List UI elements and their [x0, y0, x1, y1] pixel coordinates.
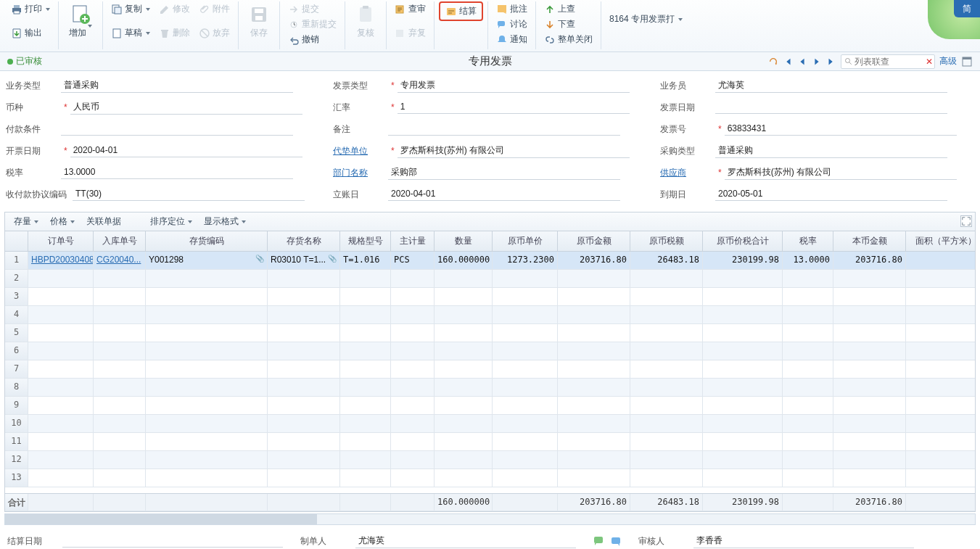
- template-select[interactable]: 8164 专用发票打: [606, 12, 686, 27]
- field-currency[interactable]: 人民币: [70, 101, 302, 115]
- first-icon[interactable]: [783, 57, 793, 67]
- table-row[interactable]: 5: [5, 324, 975, 342]
- table-row[interactable]: 9: [5, 397, 975, 415]
- table-row[interactable]: 4: [5, 306, 975, 324]
- field-payterm[interactable]: [61, 123, 293, 136]
- svg-rect-19: [498, 21, 505, 26]
- table-row[interactable]: 6: [5, 342, 975, 360]
- panel-icon[interactable]: [961, 56, 973, 67]
- field-advunit[interactable]: 罗杰斯科技(苏州) 有限公司: [398, 144, 630, 158]
- field-postdate[interactable]: 2020-04-01: [388, 189, 620, 201]
- field-invtype[interactable]: 专用发票: [398, 79, 630, 93]
- field-purtype[interactable]: 普通采购: [715, 144, 947, 158]
- next-icon[interactable]: [812, 57, 822, 67]
- bell-icon: [496, 34, 508, 46]
- field-invdate[interactable]: [715, 102, 947, 114]
- add-button[interactable]: 增加: [63, 1, 98, 42]
- cell-inno[interactable]: CG20040...: [96, 255, 141, 265]
- col-spec[interactable]: 规格型号: [340, 231, 391, 251]
- gt-display[interactable]: 显示格式: [199, 214, 250, 229]
- table-row[interactable]: 11: [5, 433, 975, 451]
- label-supplier[interactable]: 供应商: [660, 167, 715, 179]
- field-salesman[interactable]: 尤海英: [715, 79, 947, 93]
- grid-hscrollbar[interactable]: [4, 513, 976, 525]
- chat-blue-icon[interactable]: [609, 535, 621, 547]
- trace-down-button[interactable]: 下查: [540, 17, 579, 32]
- col-inno[interactable]: 入库单号: [94, 231, 146, 251]
- attach-button: 附件: [195, 1, 234, 17]
- gt-sort[interactable]: 排序定位: [146, 214, 197, 229]
- gt-stock[interactable]: 存量: [9, 214, 43, 229]
- field-remark[interactable]: [388, 123, 620, 136]
- prev-icon[interactable]: [797, 57, 807, 67]
- field-rate[interactable]: 1: [398, 102, 630, 114]
- col-localamt[interactable]: 本币金额: [833, 231, 906, 251]
- col-amt[interactable]: 原币金额: [558, 231, 630, 251]
- field-duedate[interactable]: 2020-05-01: [715, 189, 947, 201]
- annotate-button[interactable]: 批注: [493, 1, 531, 17]
- field-payprotocol[interactable]: TT(30): [73, 189, 305, 201]
- field-settledate[interactable]: [62, 535, 283, 548]
- cell-orderno[interactable]: HBPD20030408: [31, 255, 94, 265]
- field-taxrate[interactable]: 13.0000: [61, 167, 293, 179]
- trace-up-button[interactable]: 上查: [540, 1, 579, 17]
- field-issuedate[interactable]: 2020-04-01: [70, 145, 302, 157]
- table-row[interactable]: 12: [5, 451, 975, 469]
- table-row[interactable]: 13: [5, 469, 975, 487]
- discuss-button[interactable]: 讨论: [493, 17, 531, 32]
- grid-header: 订单号 入库单号 存货编码 存货名称 规格型号 主计量 数量 原币单价 原币金额…: [5, 231, 975, 252]
- status-dot-icon: [7, 59, 13, 65]
- col-uom[interactable]: 主计量: [391, 231, 435, 251]
- review-button[interactable]: 查审: [391, 1, 429, 17]
- clear-icon[interactable]: ✕: [926, 57, 933, 67]
- gt-assoc[interactable]: 关联单据: [82, 214, 125, 229]
- table-row[interactable]: 2: [5, 270, 975, 288]
- svg-rect-7: [113, 29, 120, 38]
- field-invno[interactable]: 63833431: [725, 123, 957, 136]
- grid-expand-button[interactable]: [960, 215, 972, 227]
- table-row[interactable]: 3: [5, 288, 975, 306]
- label-invdate: 发票日期: [660, 102, 715, 114]
- col-qty[interactable]: 数量: [435, 231, 493, 251]
- list-search[interactable]: ✕: [841, 54, 935, 69]
- col-area[interactable]: 面积（平方米）: [906, 231, 976, 251]
- gt-price[interactable]: 价格: [46, 214, 79, 229]
- field-biztype[interactable]: 普通采购: [61, 79, 293, 93]
- table-row[interactable]: 7: [5, 360, 975, 379]
- output-button[interactable]: 输出: [7, 25, 46, 41]
- search-input[interactable]: [853, 56, 926, 67]
- col-orderno[interactable]: 订单号: [28, 231, 94, 251]
- svg-rect-16: [396, 30, 403, 37]
- last-icon[interactable]: [826, 57, 836, 67]
- copy-button[interactable]: 复制: [107, 1, 154, 17]
- user-badge[interactable]: 简: [954, 0, 980, 17]
- label-dept[interactable]: 部门名称: [333, 167, 388, 179]
- field-dept[interactable]: 采购部: [388, 166, 620, 180]
- field-supplier[interactable]: 罗杰斯科技(苏州) 有限公司: [725, 166, 957, 180]
- svg-rect-17: [447, 8, 456, 15]
- table-row[interactable]: 1 HBPD20030408 CG20040... Y001298📎 R0301…: [5, 252, 975, 270]
- table-row[interactable]: 8: [5, 379, 975, 397]
- revoke-button[interactable]: 撤销: [284, 32, 323, 47]
- print-button[interactable]: 打印: [7, 1, 54, 17]
- label-advunit[interactable]: 代垫单位: [333, 145, 388, 157]
- notify-button[interactable]: 通知: [493, 32, 531, 47]
- col-rate[interactable]: 税率: [783, 231, 833, 251]
- close-all-button[interactable]: 整单关闭: [540, 32, 596, 47]
- abandon-icon: [395, 28, 406, 39]
- col-tax[interactable]: 原币税额: [630, 231, 703, 251]
- col-total[interactable]: 原币价税合计: [703, 231, 783, 251]
- table-row[interactable]: 10: [5, 415, 975, 433]
- col-stockcode[interactable]: 存货编码: [146, 231, 268, 251]
- settle-button[interactable]: 结算: [439, 1, 483, 21]
- draft-button[interactable]: 草稿: [107, 25, 154, 41]
- col-price[interactable]: 原币单价: [493, 231, 558, 251]
- svg-rect-1: [14, 5, 20, 8]
- adv-search-link[interactable]: 高级: [939, 55, 957, 67]
- svg-rect-23: [594, 537, 603, 543]
- svg-rect-14: [363, 6, 368, 9]
- col-stockname[interactable]: 存货名称: [268, 231, 340, 251]
- chat-green-icon[interactable]: [593, 535, 605, 547]
- label-settledate: 结算日期: [7, 535, 62, 548]
- refresh-icon[interactable]: [768, 57, 778, 67]
